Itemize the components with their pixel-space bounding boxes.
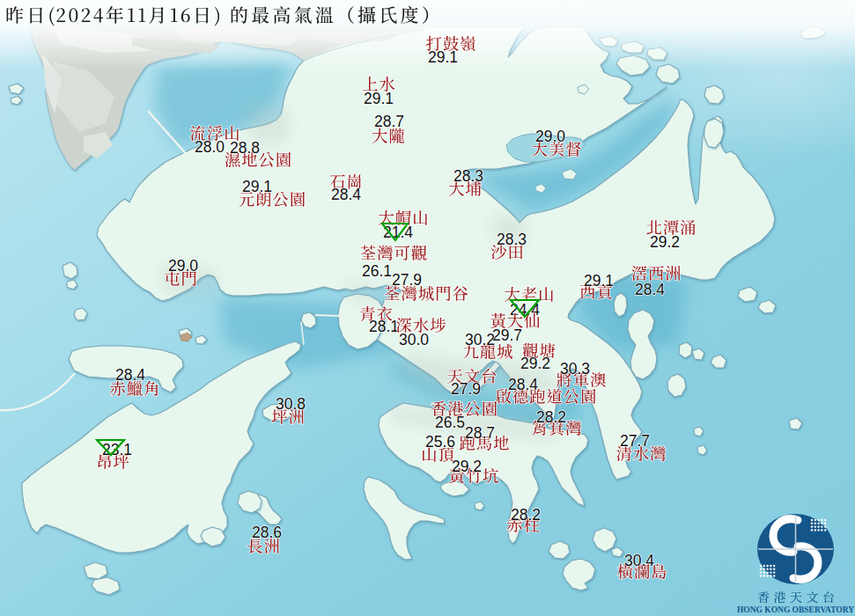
svg-text:25.6: 25.6	[425, 433, 455, 451]
svg-text:29.1: 29.1	[584, 272, 614, 290]
svg-text:29.2: 29.2	[650, 233, 680, 251]
svg-text:30.4: 30.4	[624, 552, 654, 569]
svg-text:30.8: 30.8	[276, 395, 306, 413]
svg-text:28.7: 28.7	[374, 113, 404, 130]
svg-text:29.1: 29.1	[364, 90, 394, 107]
svg-text:28.2: 28.2	[536, 408, 566, 426]
svg-text:28.4: 28.4	[508, 376, 538, 393]
svg-text:28.2: 28.2	[511, 506, 541, 524]
svg-text:30.3: 30.3	[560, 360, 590, 378]
svg-text:29.1: 29.1	[428, 48, 458, 66]
svg-text:28.3: 28.3	[453, 167, 483, 185]
svg-text:28.8: 28.8	[230, 139, 260, 157]
svg-text:30.2: 30.2	[465, 331, 495, 348]
svg-text:27.7: 27.7	[620, 432, 650, 450]
svg-text:28.4: 28.4	[331, 186, 361, 203]
svg-text:28.6: 28.6	[252, 524, 282, 541]
svg-text:29.1: 29.1	[242, 178, 272, 195]
svg-text:29.2: 29.2	[520, 355, 550, 372]
svg-text:28.4: 28.4	[115, 366, 145, 384]
svg-text:28.1: 28.1	[369, 318, 399, 335]
svg-text:26.1: 26.1	[362, 262, 392, 280]
svg-text:29.0: 29.0	[168, 257, 198, 275]
svg-text:29.0: 29.0	[535, 128, 565, 145]
svg-text:26.5: 26.5	[435, 414, 465, 431]
svg-text:30.0: 30.0	[399, 331, 429, 348]
svg-text:29.7: 29.7	[492, 326, 522, 344]
svg-text:27.9: 27.9	[392, 271, 422, 289]
svg-text:29.2: 29.2	[452, 458, 482, 475]
svg-text:28.4: 28.4	[635, 281, 665, 298]
svg-text:28.3: 28.3	[497, 231, 527, 248]
svg-text:28.7: 28.7	[465, 424, 495, 442]
svg-text:28.0: 28.0	[195, 138, 225, 156]
svg-text:27.9: 27.9	[451, 380, 481, 398]
svg-text:HONG KONG OBSERVATORY: HONG KONG OBSERVATORY	[737, 604, 854, 614]
